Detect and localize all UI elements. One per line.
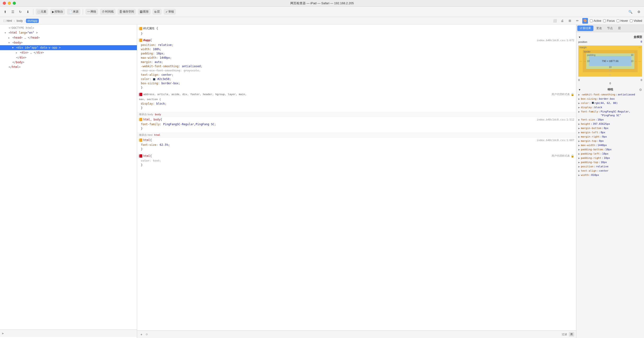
prop-value: 0px [599, 139, 604, 143]
toolbar-graphics-tab[interactable]: 🖼 图形 [138, 9, 150, 15]
content-left: 0 [578, 79, 580, 81]
tab-changes[interactable]: 更改 [594, 26, 604, 31]
console-input[interactable] [4, 332, 135, 335]
dom-line-doctype[interactable]: <!DOCTYPE html> [0, 26, 137, 30]
breadcrumb-arrow-2: › [24, 20, 26, 22]
dom-line-div-app[interactable]: ▼ <div id="app" data-v-app > [0, 45, 137, 50]
prop-expand-arrow[interactable]: ▶ [578, 173, 580, 177]
prop-expand-arrow[interactable]: ▶ [578, 148, 580, 151]
toolbar-network-tab[interactable]: 〰 网络 [85, 9, 98, 15]
css-add-button[interactable]: + [139, 332, 144, 337]
prop-expand-arrow[interactable]: ▶ [578, 101, 580, 105]
checkbox-visited[interactable]: Visited [630, 19, 642, 23]
prop-expand-arrow[interactable]: ▶ [578, 122, 580, 126]
prop-row: ▶ color : rgb(44, 62, 80) [578, 101, 642, 105]
checkbox-hover[interactable]: Hover [616, 19, 628, 23]
toolbar-timeline-tab[interactable]: ⏱ 时间线 [100, 9, 116, 15]
box-model-arrow: ▼ [578, 36, 581, 39]
box-padding: padding 10 10 10 10 10 790 × ~377.66 [586, 53, 634, 69]
css-html-source[interactable]: index.b40c1dc8.css:1:607 [537, 139, 574, 142]
tab-layers[interactable]: 层 [616, 26, 623, 31]
prop-expand-arrow[interactable]: ▶ [578, 156, 580, 160]
prop-expand-arrow[interactable]: ▶ [578, 97, 580, 101]
prop-expand-arrow[interactable]: ▶ [578, 126, 580, 130]
breadcrumb-body[interactable]: body [15, 19, 24, 23]
toolbar-sources-tab[interactable]: 📄 来源 [67, 9, 80, 15]
props-gear-icon[interactable]: ⚙ [639, 88, 642, 92]
box-model-title: 盒模型 [634, 35, 642, 39]
toolbar-download-button[interactable]: ⬇ [24, 9, 31, 15]
css-ua-label: 用户代理样式表 [552, 93, 570, 96]
dom-tree[interactable]: <!DOCTYPE html> ▼ <html lang="en" > ▶ <h… [0, 26, 137, 329]
prop-expand-arrow[interactable]: ▶ [578, 135, 580, 139]
dom-line-head[interactable]: ▶ <head> … </head> [0, 35, 137, 40]
dom-line-div-inner[interactable]: ▶ <div> … </div> [0, 50, 137, 55]
prop-expand-arrow[interactable]: ▶ [578, 169, 580, 173]
breadcrumb-button-5[interactable]: 🎨 [582, 18, 588, 24]
breadcrumb-div-app[interactable]: div#app [26, 19, 39, 23]
prop-expand-arrow[interactable]: ▶ [578, 93, 580, 97]
dom-line-html[interactable]: ▼ <html lang="en" > [0, 30, 137, 35]
prop-expand-arrow[interactable]: ▶ [578, 106, 580, 109]
css-html-body-header: { } html, body { index.b40c1dc8.css:1:51… [137, 117, 576, 122]
graphics-label: 图形 [143, 10, 149, 14]
toolbar-layers-tab[interactable]: ⧉ 层 [152, 9, 162, 15]
toolbar-search-button[interactable]: 🔍 [627, 9, 634, 15]
toolbar-console-tab[interactable]: ▶ 控制台 [50, 9, 65, 15]
toolbar-audit-tab[interactable]: ✓ 审核 [164, 9, 176, 15]
prop-expand-arrow[interactable]: ▶ [578, 152, 580, 156]
prop-expand-arrow[interactable]: ▶ [578, 118, 580, 122]
prop-expand-arrow[interactable]: ▶ [578, 160, 580, 164]
titlebar-title: 网页检查器 — iPad — Safari — 192.168.2.205 [290, 1, 354, 6]
toolbar-storage-tab[interactable]: 🗄 储存空间 [118, 9, 136, 15]
maximize-button[interactable] [13, 2, 16, 5]
checkbox-focus[interactable]: Focus [603, 19, 615, 23]
box-model-header[interactable]: ▼ 盒模型 [578, 34, 642, 40]
checkbox-active[interactable]: Active [590, 19, 602, 23]
prop-expand-arrow[interactable]: ▶ [578, 110, 580, 114]
toolbar-back-button[interactable]: ⬆ [2, 9, 8, 15]
css-app-width: width: 100%; [137, 47, 576, 51]
minimize-button[interactable] [8, 2, 11, 5]
network-icon: 〰 [87, 10, 90, 14]
breadcrumb-button-3[interactable]: ⊞ [567, 18, 573, 24]
breadcrumb-button-1[interactable]: ⬜ [552, 18, 558, 24]
breadcrumb-html[interactable]: ⬚ html [2, 19, 14, 23]
prop-expand-arrow[interactable]: ▶ [578, 139, 580, 143]
toolbar-forward-button[interactable]: ☰ [10, 9, 16, 15]
prop-name: margin-left [581, 131, 598, 134]
css-class-button[interactable]: 类 [569, 332, 574, 336]
toolbar-elements-tab[interactable]: ⬚ 元素 [36, 9, 48, 15]
toolbar-reload-button[interactable]: ↻ [17, 9, 24, 15]
dom-line-html-close[interactable]: </html> [0, 65, 137, 69]
css-app-moz-font: -moz-osx-font-smoothing: grayscale; [137, 68, 576, 73]
css-filter-input[interactable] [149, 333, 561, 336]
css-app-source[interactable]: index.b40c1dc8.css:1:672 [537, 39, 574, 42]
close-button[interactable] [3, 2, 6, 5]
layers-icon: ⧉ [154, 10, 156, 14]
layers-label: 层 [157, 10, 160, 14]
prop-row: ▶ padding-left : 10px [578, 152, 642, 156]
prop-expand-arrow[interactable]: ▶ [578, 143, 580, 147]
css-style-attr-section: { } 样式属性 { } [137, 26, 576, 36]
dom-line-body[interactable]: ▼ <body> [0, 40, 137, 45]
position-row: position 0 [578, 40, 642, 44]
tab-node[interactable]: 节点 [605, 26, 615, 31]
dom-line-div-close[interactable]: </div> [0, 55, 137, 60]
dom-line-body-close[interactable]: </body> [0, 60, 137, 65]
border-left-val: — [584, 60, 586, 63]
toolbar-settings-button[interactable]: ⚙ [636, 9, 642, 15]
border-right-val: — [634, 60, 637, 63]
prop-expand-arrow[interactable]: ▶ [578, 165, 580, 168]
audit-icon: ✓ [166, 10, 168, 14]
breadcrumb-button-4[interactable]: ✏ [575, 18, 580, 24]
breadcrumb-button-2[interactable]: 🖨 [560, 18, 565, 24]
network-label: 网络 [90, 10, 96, 14]
css-ua-nav: nav, section { [137, 97, 576, 102]
prop-expand-arrow[interactable]: ▶ [578, 131, 580, 134]
breadcrumb-arrow-1: › [14, 20, 15, 22]
tab-computed[interactable]: 计算结果 [577, 26, 594, 31]
right-panel: 计算结果 更改 节点 层 ▼ 盒模型 position 0 margin — [576, 25, 644, 338]
css-htmlbody-source[interactable]: index.b40c1dc8.css:1:512 [537, 118, 574, 121]
toolbar: ⬆ ☰ ↻ ⬇ ⬚ 元素 ▶ 控制台 📄 来源 〰 网络 ⏱ 时间线 🗄 储存空… [0, 7, 644, 17]
